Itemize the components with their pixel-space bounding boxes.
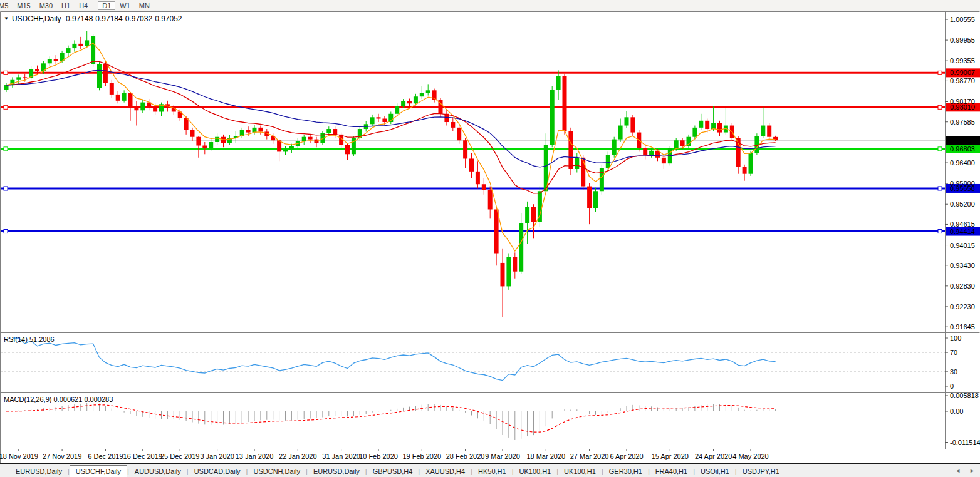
price-axis-tick: 1.00555 bbox=[950, 16, 975, 23]
timeframe-button-w1[interactable]: W1 bbox=[115, 1, 135, 10]
price-badge-label: 0.99007 bbox=[950, 69, 975, 76]
hline-handle[interactable] bbox=[4, 147, 8, 151]
date-axis-label: 10 Feb 2020 bbox=[359, 453, 398, 460]
candle bbox=[451, 122, 455, 128]
tabs-scroll-left-icon[interactable]: ◄ bbox=[955, 468, 961, 474]
date-axis-label: 6 Apr 2020 bbox=[610, 453, 643, 460]
tabs-scroll-right-icon[interactable]: ► bbox=[969, 468, 975, 474]
hline-handle[interactable] bbox=[938, 187, 942, 190]
candle bbox=[377, 117, 381, 118]
ma-medium-line bbox=[6, 61, 776, 193]
candle bbox=[525, 207, 529, 223]
candle bbox=[600, 168, 604, 191]
price-axis-tick: 0.95200 bbox=[950, 200, 975, 208]
candle bbox=[253, 128, 257, 133]
timeframe-button-m30[interactable]: M30 bbox=[35, 1, 57, 10]
tab-usoil-h1[interactable]: USOil,H1 bbox=[695, 466, 735, 477]
timeframe-button-m5[interactable]: M5 bbox=[0, 1, 13, 10]
tab-fra40-h1[interactable]: FRA40,H1 bbox=[650, 466, 693, 477]
tab-eurusd-daily[interactable]: EURUSD,Daily bbox=[308, 466, 365, 477]
candle bbox=[345, 145, 350, 154]
candle bbox=[289, 146, 294, 150]
candle bbox=[556, 76, 561, 90]
tab-uk100-h1[interactable]: UK100,H1 bbox=[513, 466, 556, 477]
tab-hk50-h1[interactable]: HK50,H1 bbox=[472, 466, 512, 477]
candle bbox=[606, 155, 610, 168]
candle bbox=[128, 93, 133, 106]
toolbar-divider bbox=[157, 2, 157, 10]
chart-canvas[interactable]: 0.990070.980100.968030.956580.944140.970… bbox=[0, 11, 980, 463]
candle bbox=[568, 131, 573, 169]
candle bbox=[749, 153, 753, 174]
tab-usdchf-daily[interactable]: USDCHF,Daily bbox=[70, 465, 127, 477]
timeframe-button-h4[interactable]: H4 bbox=[75, 1, 92, 10]
hline-handle[interactable] bbox=[938, 105, 942, 109]
candle bbox=[302, 137, 306, 141]
candle bbox=[674, 140, 679, 148]
candle bbox=[370, 117, 375, 124]
tab-usdjpy-h1[interactable]: USDJPY,H1 bbox=[737, 466, 785, 477]
candle bbox=[16, 77, 21, 80]
candle bbox=[116, 95, 120, 101]
candle bbox=[85, 40, 89, 46]
indicator-axis-tick: -0.011514 bbox=[950, 439, 980, 446]
hline-handle[interactable] bbox=[4, 187, 8, 190]
chart-area[interactable]: 0.990070.980100.968030.956580.944140.970… bbox=[0, 11, 980, 463]
candle bbox=[196, 137, 201, 146]
timeframe-button-d1[interactable]: D1 bbox=[98, 1, 115, 10]
candle bbox=[469, 158, 474, 171]
date-axis-label: 3 Jan 2020 bbox=[200, 453, 234, 460]
date-axis-label: 13 Jan 2020 bbox=[236, 453, 274, 460]
indicator-axis-tick: 0 bbox=[950, 382, 954, 390]
candle bbox=[767, 126, 771, 137]
tab-usdcnh-daily[interactable]: USDCNH,Daily bbox=[248, 466, 306, 477]
price-badge-label: 0.96803 bbox=[950, 145, 975, 153]
date-axis-label: 9 Mar 2020 bbox=[485, 453, 520, 460]
candle bbox=[283, 150, 288, 151]
candle bbox=[476, 172, 480, 184]
indicator-axis-tick: 0.00 bbox=[950, 408, 963, 415]
hline-handle[interactable] bbox=[4, 230, 8, 233]
candle bbox=[618, 126, 623, 140]
candle bbox=[531, 207, 536, 222]
ohlc-open: 0.97148 bbox=[66, 14, 93, 23]
current-price-line: 0.97052 bbox=[1, 136, 980, 145]
tab-xauusd-h4[interactable]: XAUUSD,H4 bbox=[420, 466, 471, 477]
hline-handle[interactable] bbox=[4, 105, 8, 109]
candle bbox=[72, 44, 76, 48]
tab-uk100-h1[interactable]: UK100,H1 bbox=[558, 466, 602, 477]
candle bbox=[711, 123, 716, 129]
price-axis-tick: 0.92830 bbox=[950, 282, 975, 290]
hline-handle[interactable] bbox=[938, 230, 942, 233]
candle bbox=[110, 83, 114, 95]
tab-usdcad-daily[interactable]: USDCAD,Daily bbox=[189, 466, 246, 477]
tab-ger30-h1[interactable]: GER30,H1 bbox=[603, 466, 648, 477]
candle bbox=[54, 59, 58, 61]
tab-eurusd-daily[interactable]: EURUSD,Daily bbox=[10, 466, 68, 477]
hline-handle[interactable] bbox=[4, 71, 8, 74]
date-axis-label: 25 Dec 2019 bbox=[160, 453, 199, 460]
price-axis-tick: 0.92230 bbox=[950, 303, 975, 310]
chart-tabs-bar: EURUSD,Daily|USDCHF,Daily|AUDUSD,Daily|U… bbox=[0, 463, 980, 477]
symbol-dropdown-icon[interactable]: ▼ bbox=[4, 16, 9, 21]
timeframe-button-mn[interactable]: MN bbox=[135, 1, 154, 10]
chart-title: ▼USDCHF,Daily 0.971480.971840.970320.970… bbox=[4, 14, 185, 23]
tab-audusd-daily[interactable]: AUDUSD,Daily bbox=[129, 466, 187, 477]
price-axis-tick: 0.94015 bbox=[950, 242, 975, 249]
ma-fast-line bbox=[6, 43, 776, 251]
timeframe-button-m15[interactable]: M15 bbox=[13, 1, 34, 10]
candle bbox=[630, 117, 635, 132]
timeframe-button-h1[interactable]: H1 bbox=[57, 1, 75, 10]
ohlc-low: 0.97032 bbox=[125, 14, 152, 23]
candle bbox=[743, 167, 747, 174]
candle bbox=[587, 187, 592, 208]
mt4-window: M5M15M30H1H4D1W1MN 0.990070.980100.96803… bbox=[0, 0, 980, 477]
hline-handle[interactable] bbox=[938, 147, 942, 151]
candle bbox=[395, 106, 399, 114]
candle bbox=[519, 223, 523, 272]
hline-handle[interactable] bbox=[938, 71, 942, 74]
price-axis-tick: 0.93430 bbox=[950, 262, 975, 269]
candle bbox=[463, 140, 467, 158]
rsi-indicator-label: RSI(14) 51.2086 bbox=[4, 336, 55, 343]
tab-gbpusd-h4[interactable]: GBPUSD,H4 bbox=[367, 466, 419, 477]
